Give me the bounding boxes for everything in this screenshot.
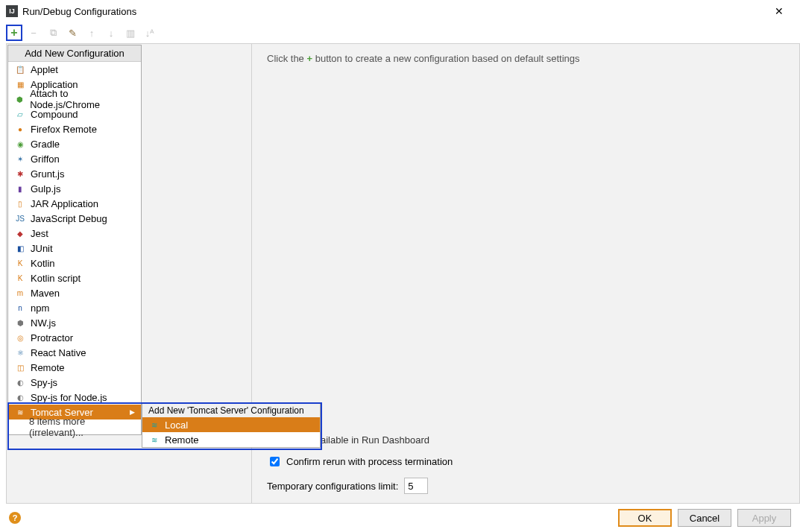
config-type-icon: ▦ bbox=[14, 78, 26, 90]
config-type-spy-js-for-node-js[interactable]: ◐Spy-js for Node.js bbox=[8, 390, 141, 405]
cancel-button[interactable]: Cancel bbox=[678, 509, 731, 527]
confirm-rerun-checkbox[interactable] bbox=[270, 457, 280, 466]
config-type-icon: ⬢ bbox=[14, 317, 26, 329]
settings-button[interactable]: ✎ bbox=[64, 25, 81, 41]
remove-button[interactable]: − bbox=[25, 25, 42, 41]
tomcat-remote[interactable]: ≋Remote bbox=[142, 432, 320, 447]
config-type-gradle[interactable]: ◉Gradle bbox=[8, 136, 141, 151]
config-type-spy-js[interactable]: ◐Spy-js bbox=[8, 375, 141, 390]
config-type-label: Applet bbox=[31, 64, 58, 75]
config-type-icon: ◆ bbox=[14, 227, 26, 239]
config-type-label: React Native bbox=[31, 347, 86, 358]
config-type-label: Compound bbox=[31, 109, 78, 120]
config-type-gulp-js[interactable]: ▮Gulp.js bbox=[8, 181, 141, 196]
config-type-label: Gradle bbox=[31, 139, 60, 150]
popup-header: Add New Configuration bbox=[8, 45, 141, 62]
config-type-jar-application[interactable]: ▯JAR Application bbox=[8, 196, 141, 211]
config-type-icon: ◧ bbox=[14, 242, 26, 254]
config-type-icon: ✱ bbox=[14, 168, 26, 180]
config-type-label: Remote bbox=[31, 362, 65, 373]
window-title: Run/Debug Configurations bbox=[22, 6, 764, 17]
plus-icon: + bbox=[306, 53, 312, 64]
config-type-label: Attach to Node.js/Chrome bbox=[30, 88, 135, 110]
config-type-label: Kotlin script bbox=[31, 273, 81, 284]
config-type-griffon[interactable]: ✶Griffon bbox=[8, 151, 141, 166]
config-type-kotlin[interactable]: KKotlin bbox=[8, 256, 141, 270]
toolbar: + − ⧉ ✎ ↑ ↓ ▥ ↓ᴬ bbox=[0, 22, 800, 43]
config-type-npm[interactable]: nnpm bbox=[8, 300, 141, 315]
config-type-label: Firefox Remote bbox=[31, 124, 97, 135]
config-type-label: NW.js bbox=[31, 317, 56, 329]
hint-suffix: button to create a new configuration bas… bbox=[312, 53, 579, 64]
help-icon[interactable]: ? bbox=[9, 512, 21, 524]
config-type-icon: K bbox=[14, 272, 26, 284]
config-type-icon: ◉ bbox=[14, 138, 26, 150]
copy-button[interactable]: ⧉ bbox=[45, 25, 61, 41]
add-button[interactable]: + bbox=[6, 25, 22, 41]
config-type-label: JAR Application bbox=[31, 198, 98, 209]
move-up-button[interactable]: ↑ bbox=[84, 25, 100, 41]
config-type-label: Gulp.js bbox=[31, 183, 60, 194]
config-type-remote[interactable]: ◫Remote bbox=[8, 360, 141, 375]
config-type-applet[interactable]: 📋Applet bbox=[8, 62, 141, 77]
config-type-icon: n bbox=[14, 302, 26, 314]
config-type-icon: ≋ bbox=[14, 406, 26, 418]
config-type-label: Maven bbox=[31, 288, 60, 299]
confirm-rerun-row: Confirm rerun with process termination bbox=[267, 455, 790, 469]
config-type-attach-to-node-js-chrome[interactable]: ⬢Attach to Node.js/Chrome bbox=[8, 92, 141, 107]
temp-limit-row: Temporary configurations limit: bbox=[267, 478, 790, 494]
hint-prefix: Click the bbox=[267, 53, 306, 64]
tomcat-submenu: Add New 'Tomcat Server' Configuration ≋L… bbox=[142, 403, 321, 448]
config-type-javascript-debug[interactable]: JSJavaScript Debug bbox=[8, 211, 141, 226]
config-type-kotlin-script[interactable]: KKotlin script bbox=[8, 270, 141, 285]
config-type-icon: ▯ bbox=[14, 197, 26, 209]
config-type-label: Protractor bbox=[31, 332, 73, 343]
move-down-button[interactable]: ↓ bbox=[103, 25, 119, 41]
config-type-icon: ◫ bbox=[14, 361, 26, 373]
config-type-icon: ● bbox=[14, 123, 26, 135]
tomcat-local[interactable]: ≋Local bbox=[142, 417, 320, 432]
titlebar: IJ Run/Debug Configurations ✕ bbox=[0, 0, 800, 22]
config-type-grunt-js[interactable]: ✱Grunt.js bbox=[8, 166, 141, 181]
config-type-icon: ⚛ bbox=[14, 346, 26, 358]
config-type-nw-js[interactable]: ⬢NW.js bbox=[8, 315, 141, 330]
config-type-icon: ◐ bbox=[14, 391, 26, 403]
temp-limit-label: Temporary configurations limit: bbox=[267, 481, 398, 492]
submenu-item-label: Local bbox=[165, 419, 188, 431]
config-type-protractor[interactable]: ◎Protractor bbox=[8, 330, 141, 345]
config-type-label: npm bbox=[31, 303, 49, 314]
tomcat-icon: ≋ bbox=[148, 434, 160, 446]
config-type-icon: 📋 bbox=[14, 63, 26, 75]
config-type-8-items-more-irrelevant[interactable]: 8 items more (irrelevant)... bbox=[8, 419, 141, 434]
temp-limit-input[interactable] bbox=[404, 478, 428, 494]
config-type-icon: ✶ bbox=[14, 153, 26, 165]
config-type-icon: ◎ bbox=[14, 332, 26, 343]
config-type-label: 8 items more (irrelevant)... bbox=[29, 416, 135, 438]
config-type-icon: K bbox=[14, 257, 26, 269]
sort-button[interactable]: ↓ᴬ bbox=[142, 25, 158, 41]
config-type-label: Jest bbox=[31, 228, 48, 239]
submenu-header: Add New 'Tomcat Server' Configuration bbox=[142, 404, 320, 417]
config-type-label: Griffon bbox=[31, 153, 60, 165]
config-type-label: Kotlin bbox=[31, 258, 55, 269]
config-type-react-native[interactable]: ⚛React Native bbox=[8, 345, 141, 360]
config-type-maven[interactable]: mMaven bbox=[8, 285, 141, 300]
config-type-icon: ⬢ bbox=[14, 93, 25, 105]
chevron-right-icon: ▶ bbox=[130, 408, 135, 416]
config-type-icon: m bbox=[14, 287, 26, 299]
config-type-firefox-remote[interactable]: ●Firefox Remote bbox=[8, 121, 141, 136]
config-type-junit[interactable]: ◧JUnit bbox=[8, 241, 141, 256]
config-type-label: JUnit bbox=[31, 243, 53, 254]
config-type-icon: ◐ bbox=[14, 376, 26, 388]
add-configuration-popup: Add New Configuration 📋Applet▦Applicatio… bbox=[7, 45, 142, 435]
close-icon[interactable]: ✕ bbox=[764, 0, 794, 22]
ok-button[interactable]: OK bbox=[618, 509, 672, 527]
config-type-label: Grunt.js bbox=[31, 168, 65, 180]
folder-button[interactable]: ▥ bbox=[122, 25, 139, 41]
config-type-label: Spy-js for Node.js bbox=[31, 392, 107, 403]
config-type-icon: ▮ bbox=[14, 183, 26, 194]
empty-hint: Click the + button to create a new confi… bbox=[267, 53, 790, 64]
footer: ? OK Cancel Apply bbox=[0, 504, 800, 532]
confirm-rerun-label: Confirm rerun with process termination bbox=[286, 456, 453, 467]
config-type-jest[interactable]: ◆Jest bbox=[8, 226, 141, 241]
